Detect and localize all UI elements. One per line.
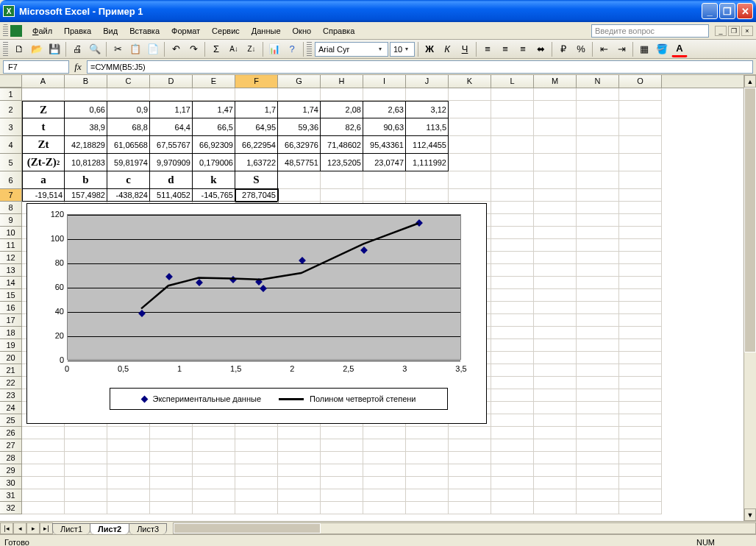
cell[interactable]: 3,12: [406, 101, 449, 118]
cell[interactable]: [534, 327, 577, 339]
row-header[interactable]: 13: [0, 264, 22, 277]
cell[interactable]: 66,32976: [278, 136, 321, 154]
font-selector[interactable]: Arial Cyr▾: [315, 42, 388, 57]
cell[interactable]: [491, 264, 534, 277]
cell[interactable]: [491, 439, 534, 452]
cell[interactable]: [491, 101, 534, 118]
cell[interactable]: [491, 118, 534, 136]
cell[interactable]: [491, 364, 534, 377]
cell[interactable]: 0,66: [65, 101, 107, 118]
cell[interactable]: [321, 171, 363, 189]
row-header[interactable]: 24: [0, 402, 22, 414]
cell[interactable]: 61,06568: [107, 136, 150, 154]
cell[interactable]: [22, 489, 65, 502]
cell[interactable]: 1,47: [193, 101, 235, 118]
cell[interactable]: 0,179006: [193, 154, 235, 171]
cell[interactable]: [534, 227, 577, 239]
cell[interactable]: [577, 464, 619, 477]
scroll-thumb[interactable]: [174, 523, 321, 533]
cell[interactable]: 95,43361: [363, 136, 406, 154]
toolbar-grip[interactable]: [3, 24, 8, 38]
cell[interactable]: [22, 452, 65, 464]
cell[interactable]: 278,7045: [235, 189, 278, 202]
cell[interactable]: [619, 202, 662, 214]
chart-legend[interactable]: Экспериментальные данные Полином четверт…: [110, 388, 448, 410]
cell[interactable]: 38,9: [65, 118, 107, 136]
open-icon[interactable]: 📂: [29, 41, 45, 57]
cell[interactable]: [534, 352, 577, 364]
cell[interactable]: [619, 277, 662, 289]
column-header[interactable]: M: [534, 75, 577, 88]
cell[interactable]: [278, 88, 321, 101]
cell[interactable]: [449, 136, 491, 154]
name-box[interactable]: F7: [3, 60, 69, 74]
cell[interactable]: [321, 477, 363, 489]
cell[interactable]: [65, 452, 107, 464]
borders-icon[interactable]: ▦: [636, 41, 652, 57]
font-color-icon[interactable]: A: [671, 41, 688, 57]
cell[interactable]: [278, 171, 321, 189]
cell[interactable]: 1,74: [278, 101, 321, 118]
cell[interactable]: [406, 489, 449, 502]
cell[interactable]: [363, 427, 406, 439]
cell[interactable]: [193, 489, 235, 502]
cell[interactable]: [449, 477, 491, 489]
cell[interactable]: 71,48602: [321, 136, 363, 154]
cell[interactable]: [278, 189, 321, 202]
cell[interactable]: [619, 289, 662, 302]
cell[interactable]: [65, 464, 107, 477]
cell[interactable]: [491, 227, 534, 239]
cell[interactable]: [107, 477, 150, 489]
cell[interactable]: [22, 464, 65, 477]
cell[interactable]: [577, 289, 619, 302]
cell[interactable]: [577, 414, 619, 427]
cell[interactable]: [449, 189, 491, 202]
cell[interactable]: [449, 101, 491, 118]
toolbar-grip[interactable]: [3, 42, 8, 57]
cell[interactable]: [577, 339, 619, 352]
cell[interactable]: [150, 464, 193, 477]
cell[interactable]: [449, 88, 491, 101]
cell[interactable]: [449, 427, 491, 439]
cell[interactable]: [107, 489, 150, 502]
cell[interactable]: [577, 302, 619, 314]
cell[interactable]: 10,81283: [65, 154, 107, 171]
cell[interactable]: [619, 302, 662, 314]
tab-nav-next[interactable]: ▸: [26, 522, 40, 534]
cell[interactable]: [235, 88, 278, 101]
cell[interactable]: [491, 252, 534, 264]
cell[interactable]: [278, 464, 321, 477]
cell[interactable]: [619, 389, 662, 402]
cell[interactable]: [449, 464, 491, 477]
cell[interactable]: [534, 339, 577, 352]
menu-data[interactable]: Данные: [246, 24, 287, 38]
merge-icon[interactable]: ⬌: [532, 41, 549, 57]
cell[interactable]: [619, 314, 662, 327]
cell[interactable]: [491, 88, 534, 101]
cell[interactable]: [235, 489, 278, 502]
cell[interactable]: [449, 439, 491, 452]
cell[interactable]: [491, 389, 534, 402]
redo-icon[interactable]: ↷: [185, 41, 202, 57]
cell[interactable]: [619, 189, 662, 202]
cell[interactable]: [577, 402, 619, 414]
cell[interactable]: [449, 171, 491, 189]
column-header[interactable]: J: [406, 75, 449, 88]
cell[interactable]: [193, 477, 235, 489]
cell[interactable]: [619, 327, 662, 339]
cell[interactable]: 42,18829: [65, 136, 107, 154]
cell[interactable]: [577, 171, 619, 189]
cell[interactable]: [534, 239, 577, 252]
cell[interactable]: [363, 88, 406, 101]
row-header[interactable]: 6: [0, 171, 22, 189]
preview-icon[interactable]: 🔍: [87, 41, 103, 57]
cell[interactable]: [577, 477, 619, 489]
percent-icon[interactable]: %: [573, 41, 589, 57]
cell[interactable]: 64,95: [235, 118, 278, 136]
cell[interactable]: [534, 377, 577, 389]
cell[interactable]: [449, 489, 491, 502]
scroll-up-arrow[interactable]: ▲: [744, 75, 756, 88]
cell[interactable]: [278, 477, 321, 489]
cell[interactable]: [577, 389, 619, 402]
cell[interactable]: [278, 489, 321, 502]
